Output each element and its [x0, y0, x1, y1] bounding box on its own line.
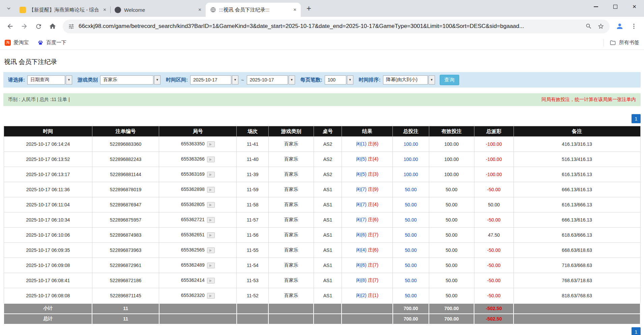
bookmark-baidu[interactable]: 百度一下	[37, 39, 66, 46]
cell-valid-bet: 50.00	[429, 243, 474, 258]
page-number-button[interactable]: 1	[632, 114, 641, 123]
total-bet-link[interactable]: 50.00	[405, 278, 417, 283]
result-player: 闲(5)	[356, 171, 367, 177]
dropdown-arrow-icon[interactable]: ▼	[289, 75, 295, 85]
browser-tab-betrecord[interactable]: :::视讯 会员下注纪录::: ✕	[206, 3, 301, 17]
table-row: 2025-10-17 06:08:41 522896872186 6553624…	[4, 273, 640, 288]
bookmark-star-icon[interactable]	[597, 23, 604, 30]
table-row: 2025-10-17 06:13:17 522896881144 6553631…	[4, 167, 640, 182]
tab-title: :::视讯 会员下注纪录:::	[219, 7, 289, 13]
cell-round: 655362805	[159, 197, 237, 212]
result-banker: 庄(7)	[368, 262, 378, 268]
table-row: 2025-10-17 06:11:36 522896878019 6553628…	[4, 182, 640, 197]
replay-icon[interactable]	[207, 232, 215, 238]
tune-icon[interactable]	[68, 23, 75, 30]
cell-game-type: 百家乐	[268, 212, 314, 228]
replay-icon[interactable]	[207, 247, 215, 253]
cell-valid-bet: 100.00	[429, 137, 474, 152]
replay-icon[interactable]	[207, 293, 215, 299]
reload-button[interactable]	[32, 20, 45, 33]
table-row: 2025-10-17 06:09:35 522896873963 6553625…	[4, 243, 640, 258]
dropdown-arrow-icon[interactable]: ▼	[347, 75, 353, 85]
tab-close-icon[interactable]: ✕	[101, 7, 108, 13]
browser-tab-welcome[interactable]: Welcome ✕	[111, 3, 206, 17]
replay-icon[interactable]	[207, 172, 215, 177]
cell-time: 2025-10-17 06:08:41	[4, 273, 92, 288]
dropdown-arrow-icon[interactable]: ▼	[154, 75, 160, 85]
replay-icon[interactable]	[207, 217, 215, 223]
total-bet-link[interactable]: 100.00	[404, 172, 418, 177]
total-bet-link[interactable]: 50.00	[405, 232, 417, 238]
address-bar[interactable]: 66cxkj98.com/game/betrecord_search/kind3…	[63, 20, 610, 33]
cell-empty	[268, 303, 314, 314]
home-button[interactable]	[46, 20, 59, 33]
cell-payout: -50.00	[474, 288, 514, 303]
globe-favicon-icon	[210, 7, 216, 13]
replay-icon[interactable]	[207, 187, 215, 193]
per-page-label: 每页笔数:	[300, 77, 322, 83]
replay-icon[interactable]	[207, 202, 215, 208]
replay-icon[interactable]	[207, 278, 215, 283]
dropdown-arrow-icon[interactable]: ▼	[232, 75, 238, 85]
cell-table-number: AS1	[314, 182, 342, 197]
tab-search-button[interactable]	[3, 3, 14, 14]
zoom-icon[interactable]	[585, 23, 592, 30]
sort-select[interactable]: 降幂(由大到小) ▼	[383, 75, 435, 85]
url-text[interactable]: 66cxkj98.com/game/betrecord_search/kind3…	[79, 23, 581, 30]
cell-session: 11-56	[237, 228, 268, 243]
table-row: 2025-10-17 06:10:34 522896875957 6553627…	[4, 212, 640, 228]
total-bet-link[interactable]: 50.00	[405, 187, 417, 192]
subtotal-total-bet: 700.00	[393, 303, 429, 314]
replay-icon[interactable]	[207, 141, 215, 147]
window-close-button[interactable]: ✕	[625, 0, 644, 13]
cell-note: 666.13/616.13	[514, 212, 640, 228]
total-bet-link[interactable]: 50.00	[405, 263, 417, 268]
tab-close-icon[interactable]: ✕	[197, 7, 203, 13]
tab-close-icon[interactable]: ✕	[292, 7, 298, 13]
cell-payout: -100.00	[474, 152, 514, 167]
maximize-button[interactable]	[606, 0, 625, 13]
cell-empty	[268, 314, 314, 324]
cell-note: 666.13/616.13	[514, 182, 640, 197]
minimize-button[interactable]	[586, 0, 606, 13]
date-start-select[interactable]: 2025-10-17 ▼	[190, 75, 238, 85]
total-bet-link[interactable]: 100.00	[404, 157, 418, 162]
cell-game-type: 百家乐	[268, 167, 314, 182]
kebab-menu-icon	[631, 23, 637, 30]
welcome-favicon-icon	[115, 7, 121, 13]
new-tab-button[interactable]: +	[303, 3, 314, 14]
total-bet-link[interactable]: 50.00	[405, 202, 417, 207]
all-bookmarks-button[interactable]: 所有书签	[604, 39, 639, 46]
cell-table-number: AS1	[314, 197, 342, 212]
total-bet-link[interactable]: 100.00	[404, 141, 418, 147]
replay-icon[interactable]	[207, 263, 215, 268]
forward-button[interactable]	[18, 20, 31, 33]
date-end-select[interactable]: 2025-10-17 ▼	[247, 75, 295, 85]
result-player: 闲(7)	[356, 202, 367, 207]
round-number: 655362414	[181, 277, 205, 283]
browser-tab-forum[interactable]: 【新提醒】海燕策略论坛 - 综合 ✕	[16, 3, 111, 17]
dropdown-arrow-icon[interactable]: ▼	[66, 75, 72, 85]
back-button[interactable]	[3, 20, 17, 33]
search-button[interactable]: 查询	[440, 75, 459, 85]
pagination-bottom: 1	[3, 327, 641, 335]
cell-table-number: AS2	[314, 167, 342, 182]
game-type-select[interactable]: 百家乐 ▼	[100, 75, 160, 85]
replay-icon[interactable]	[207, 157, 215, 162]
cell-result: 闲(1) 庄(6)	[342, 137, 392, 152]
profile-button[interactable]	[613, 20, 626, 33]
total-bet-link[interactable]: 50.00	[405, 217, 417, 223]
menu-button[interactable]	[627, 20, 641, 33]
dropdown-arrow-icon[interactable]: ▼	[429, 75, 435, 85]
total-bet-link[interactable]: 50.00	[405, 247, 417, 253]
page-number-button[interactable]: 1	[632, 327, 641, 335]
total-bet-link[interactable]: 50.00	[405, 293, 417, 298]
cell-table-number: AS1	[314, 288, 342, 303]
bet-records-table: 时间注单编号局号场次游戏类别桌号结果总投注有效投注总派彩备注 2025-10-1…	[3, 126, 641, 325]
date-query-select[interactable]: 日期查询 ▼	[27, 75, 72, 85]
game-type-label: 游戏类别	[78, 77, 98, 83]
cell-result: 闲(8) 庄(7)	[342, 273, 392, 288]
bookmark-taobao[interactable]: 淘 爱淘宝	[5, 39, 29, 46]
per-page-select[interactable]: 100 ▼	[325, 75, 353, 85]
cell-result: 闲(6) 庄(7)	[342, 228, 392, 243]
